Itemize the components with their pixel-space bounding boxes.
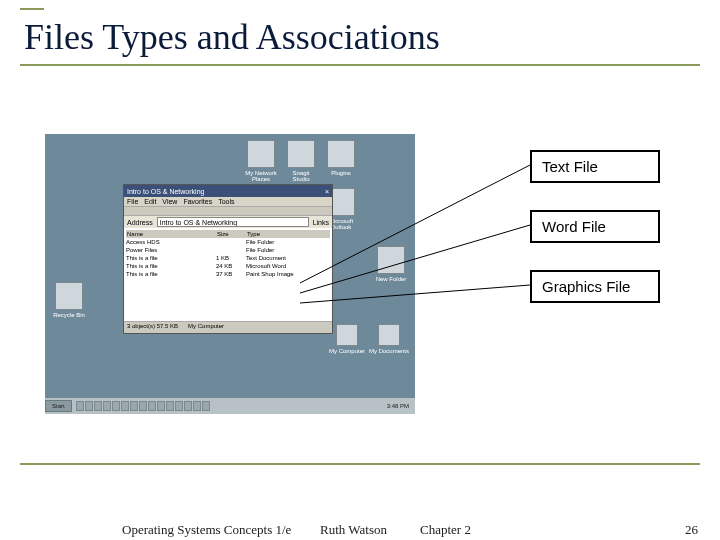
file-list[interactable]: Name Size Type Access HDS File Folder Po…: [124, 228, 332, 324]
taskbar-item[interactable]: [85, 401, 93, 411]
table-row[interactable]: Power Files File Folder: [126, 246, 330, 254]
taskbar-item[interactable]: [193, 401, 201, 411]
screenshot-desktop: My Network Places Snagit Studio Plugins …: [45, 134, 415, 414]
taskbar-item[interactable]: [184, 401, 192, 411]
cell-type: File Folder: [246, 239, 316, 245]
address-label: Address: [127, 219, 153, 226]
taskbar[interactable]: Start 3:48 PM: [45, 398, 415, 414]
close-icon[interactable]: ×: [325, 188, 329, 195]
icon-label: My Computer: [329, 348, 365, 354]
taskbar-item[interactable]: [175, 401, 183, 411]
taskbar-item[interactable]: [112, 401, 120, 411]
taskbar-item[interactable]: [94, 401, 102, 411]
cell-name: This is a file: [126, 255, 216, 261]
taskbar-item[interactable]: [202, 401, 210, 411]
cell-type: Paint Shop Image: [246, 271, 316, 277]
menu-file[interactable]: File: [127, 198, 138, 205]
cell-size: 37 KB: [216, 271, 246, 277]
menu-edit[interactable]: Edit: [144, 198, 156, 205]
cell-size: 24 KB: [216, 263, 246, 269]
my-computer-icon: [336, 324, 358, 346]
table-row[interactable]: This is a file 1 KB Text Document: [126, 254, 330, 262]
snagit-icon: [287, 140, 315, 168]
recycle-bin-icon: [55, 282, 83, 310]
callout-text-file: Text File: [530, 150, 660, 183]
status-right: My Computer: [188, 323, 224, 329]
table-row[interactable]: Access HDS File Folder: [126, 238, 330, 246]
menu-bar[interactable]: File Edit View Favorites Tools: [124, 197, 332, 206]
menu-view[interactable]: View: [162, 198, 177, 205]
callout-word-file: Word File: [530, 210, 660, 243]
address-input[interactable]: [157, 217, 309, 227]
start-button[interactable]: Start: [45, 400, 72, 412]
footer-page: 26: [685, 522, 698, 538]
taskbar-clock: 3:48 PM: [381, 403, 415, 409]
callout-graphics-file: Graphics File: [530, 270, 660, 303]
taskbar-item[interactable]: [148, 401, 156, 411]
footer-author: Ruth Watson: [320, 522, 387, 538]
table-row[interactable]: This is a file 37 KB Paint Shop Image: [126, 270, 330, 278]
cell-name: This is a file: [126, 263, 216, 269]
col-size[interactable]: Size: [217, 231, 247, 237]
icon-label: My Network Places: [245, 170, 277, 182]
cell-name: Access HDS: [126, 239, 216, 245]
new-folder-icon: [377, 246, 405, 274]
network-places-icon: [247, 140, 275, 168]
icon-label: New Folder: [376, 276, 407, 282]
icon-label: Plugins: [331, 170, 351, 176]
col-type[interactable]: Type: [247, 231, 317, 237]
window-title: Intro to OS & Networking: [127, 188, 204, 195]
menu-tools[interactable]: Tools: [218, 198, 234, 205]
icon-label: My Documents: [369, 348, 409, 354]
taskbar-item[interactable]: [121, 401, 129, 411]
col-name[interactable]: Name: [127, 231, 217, 237]
table-row[interactable]: This is a file 24 KB Microsoft Word: [126, 262, 330, 270]
slide-title: Files Types and Associations: [20, 12, 700, 64]
my-documents-icon: [378, 324, 400, 346]
cell-type: Text Document: [246, 255, 316, 261]
cell-type: Microsoft Word: [246, 263, 316, 269]
cell-size: [216, 239, 246, 245]
toolbar[interactable]: [124, 206, 332, 216]
icon-label: Snagit Studio: [292, 170, 309, 182]
taskbar-item[interactable]: [103, 401, 111, 411]
cell-name: Power Files: [126, 247, 216, 253]
cell-size: [216, 247, 246, 253]
taskbar-item[interactable]: [157, 401, 165, 411]
taskbar-item[interactable]: [139, 401, 147, 411]
plugins-icon: [327, 140, 355, 168]
cell-type: File Folder: [246, 247, 316, 253]
cell-name: This is a file: [126, 271, 216, 277]
explorer-window: Intro to OS & Networking × File Edit Vie…: [123, 184, 333, 334]
icon-label: Recycle Bin: [53, 312, 85, 318]
status-left: 3 object(s) 57.5 KB: [127, 323, 178, 329]
links-label[interactable]: Links: [313, 219, 329, 226]
taskbar-item[interactable]: [130, 401, 138, 411]
menu-favorites[interactable]: Favorites: [183, 198, 212, 205]
taskbar-item[interactable]: [166, 401, 174, 411]
footer-chapter: Chapter 2: [420, 522, 471, 538]
cell-size: 1 KB: [216, 255, 246, 261]
taskbar-item[interactable]: [76, 401, 84, 411]
footer-book: Operating Systems Concepts 1/e: [122, 522, 291, 538]
